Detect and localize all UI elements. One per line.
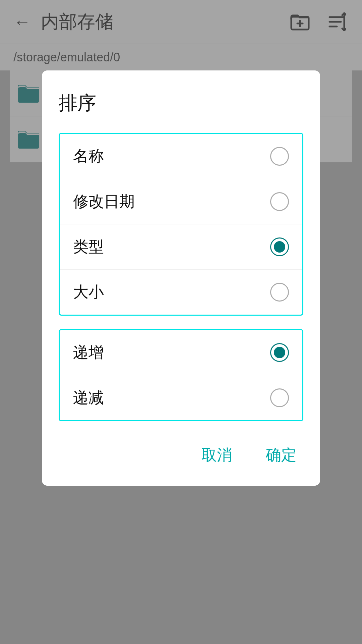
- sort-option-type-radio[interactable]: [270, 237, 289, 256]
- sort-option-date[interactable]: 修改日期: [60, 179, 302, 224]
- sort-option-date-radio[interactable]: [270, 192, 289, 211]
- sort-order-asc-radio[interactable]: [270, 343, 289, 362]
- sort-by-group: 名称 修改日期 类型 大小: [59, 133, 303, 316]
- sort-order-asc[interactable]: 递增: [60, 330, 302, 375]
- sort-option-name-radio[interactable]: [270, 147, 289, 166]
- sort-option-date-label: 修改日期: [73, 191, 135, 212]
- sort-option-name-label: 名称: [73, 146, 104, 167]
- dialog-buttons: 取消 确定: [59, 438, 303, 469]
- sort-option-size[interactable]: 大小: [60, 270, 302, 315]
- sort-option-size-radio[interactable]: [270, 283, 289, 302]
- sort-order-asc-label: 递增: [73, 342, 104, 363]
- cancel-button[interactable]: 取消: [195, 441, 239, 469]
- sort-option-name[interactable]: 名称: [60, 134, 302, 179]
- sort-option-type-label: 类型: [73, 236, 104, 257]
- sort-option-type[interactable]: 类型: [60, 224, 302, 270]
- sort-dialog: 排序 名称 修改日期 类型 大小: [42, 70, 320, 486]
- sort-order-desc-label: 递减: [73, 387, 104, 408]
- sort-order-desc-radio[interactable]: [270, 388, 289, 407]
- sort-order-desc[interactable]: 递减: [60, 375, 302, 420]
- dialog-overlay: 排序 名称 修改日期 类型 大小: [0, 0, 362, 644]
- dialog-title: 排序: [59, 91, 303, 116]
- sort-option-size-label: 大小: [73, 282, 104, 303]
- confirm-button[interactable]: 确定: [259, 441, 303, 469]
- sort-order-group: 递增 递减: [59, 329, 303, 421]
